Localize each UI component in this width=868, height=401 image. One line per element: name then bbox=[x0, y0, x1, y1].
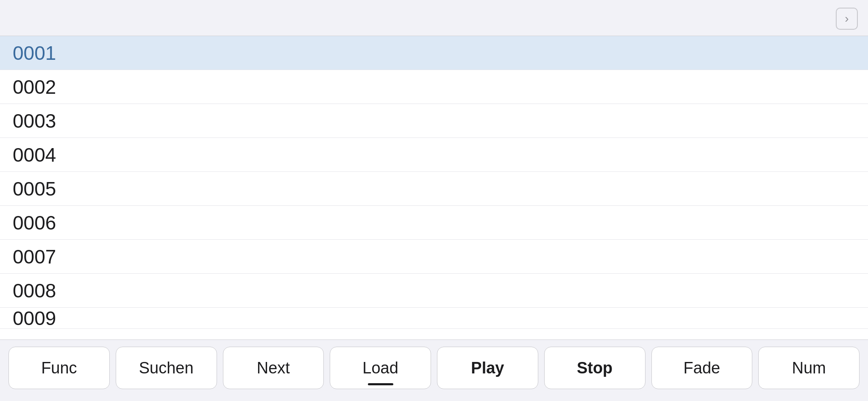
chevron-right-icon: › bbox=[845, 12, 849, 25]
list-item[interactable]: 0003 bbox=[0, 104, 868, 138]
toolbar: FuncSuchenNextLoadPlayStopFadeNum bbox=[0, 339, 868, 401]
load-button[interactable]: Load bbox=[330, 347, 431, 389]
play-button[interactable]: Play bbox=[437, 347, 538, 389]
suchen-button[interactable]: Suchen bbox=[116, 347, 217, 389]
list-item[interactable]: 0009 bbox=[0, 308, 868, 329]
next-button[interactable]: Next bbox=[223, 347, 324, 389]
song-list: 000100020003000400050006000700080009 bbox=[0, 36, 868, 339]
header-title bbox=[10, 6, 22, 31]
list-item[interactable]: 0008 bbox=[0, 274, 868, 308]
fade-button[interactable]: Fade bbox=[651, 347, 753, 389]
list-item[interactable]: 0007 bbox=[0, 240, 868, 274]
list-item[interactable]: 0002 bbox=[0, 70, 868, 104]
list-item[interactable]: 0005 bbox=[0, 172, 868, 206]
chevron-right-button[interactable]: › bbox=[836, 8, 858, 30]
list-item[interactable]: 0004 bbox=[0, 138, 868, 172]
list-item[interactable]: 0001 bbox=[0, 36, 868, 70]
header: › bbox=[0, 0, 868, 36]
num-button[interactable]: Num bbox=[758, 347, 860, 389]
stop-button[interactable]: Stop bbox=[544, 347, 645, 389]
func-button[interactable]: Func bbox=[8, 347, 110, 389]
list-item[interactable]: 0006 bbox=[0, 206, 868, 240]
